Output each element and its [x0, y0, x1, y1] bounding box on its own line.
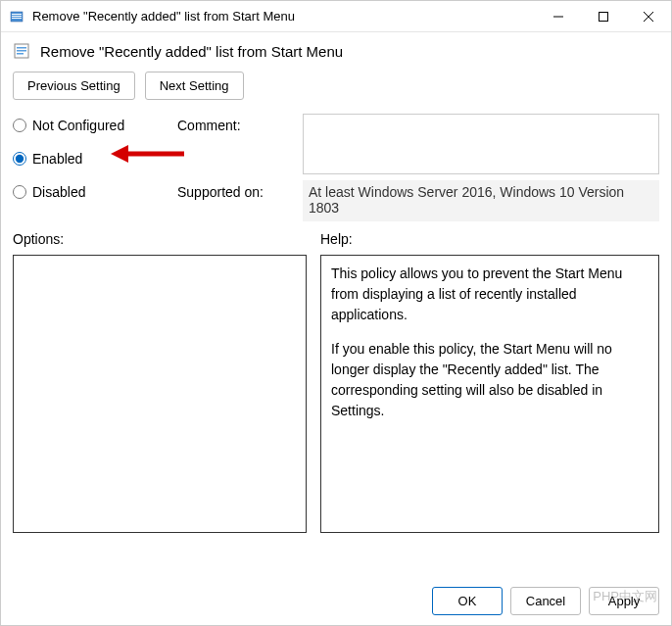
- radio-not-configured-label: Not Configured: [32, 118, 124, 133]
- policy-title: Remove "Recently added" list from Start …: [40, 43, 343, 60]
- cancel-button[interactable]: Cancel: [510, 587, 581, 615]
- radio-not-configured[interactable]: Not Configured: [13, 118, 169, 133]
- radio-disabled-input[interactable]: [13, 185, 26, 199]
- apply-button[interactable]: Apply: [589, 587, 659, 615]
- radio-disabled[interactable]: Disabled: [13, 184, 169, 200]
- help-section: Help: This policy allows you to prevent …: [320, 231, 659, 577]
- help-box: This policy allows you to prevent the St…: [320, 255, 659, 533]
- subheader: Remove "Recently added" list from Start …: [1, 32, 671, 66]
- config-area: Not Configured Enabled Disabled Comment:…: [1, 112, 671, 221]
- radio-not-configured-input[interactable]: [13, 119, 26, 132]
- radio-enabled-input[interactable]: [13, 152, 26, 166]
- window-controls: [536, 1, 671, 31]
- nav-buttons: Previous Setting Next Setting: [1, 66, 671, 112]
- radio-enabled-label: Enabled: [32, 151, 82, 167]
- radio-enabled[interactable]: Enabled: [13, 151, 169, 167]
- comment-textarea[interactable]: [303, 114, 659, 174]
- svg-rect-9: [17, 47, 26, 49]
- minimize-button[interactable]: [536, 1, 581, 31]
- options-box: [13, 255, 307, 533]
- window-title: Remove "Recently added" list from Start …: [32, 9, 536, 24]
- supported-on-label: Supported on:: [177, 174, 295, 200]
- help-label: Help:: [320, 231, 659, 247]
- radio-disabled-label: Disabled: [32, 184, 85, 200]
- svg-rect-11: [17, 53, 24, 55]
- ok-button[interactable]: OK: [432, 587, 503, 615]
- policy-icon: [13, 42, 30, 60]
- supported-on-value: At least Windows Server 2016, Windows 10…: [303, 180, 659, 221]
- svg-rect-3: [12, 18, 22, 19]
- comment-label: Comment:: [177, 112, 295, 133]
- next-setting-button[interactable]: Next Setting: [145, 72, 244, 100]
- svg-rect-5: [600, 12, 608, 21]
- lower-panes: Options: Help: This policy allows you to…: [1, 221, 671, 577]
- close-button[interactable]: [626, 1, 671, 31]
- app-icon: [9, 9, 24, 24]
- svg-rect-10: [17, 50, 26, 52]
- previous-setting-button[interactable]: Previous Setting: [13, 72, 135, 100]
- options-label: Options:: [13, 231, 307, 247]
- svg-rect-2: [12, 16, 22, 17]
- svg-rect-1: [12, 14, 22, 15]
- footer: OK Cancel Apply PHP中文网: [1, 577, 671, 625]
- options-section: Options:: [13, 231, 307, 577]
- maximize-button[interactable]: [581, 1, 626, 31]
- titlebar: Remove "Recently added" list from Start …: [1, 1, 671, 32]
- state-radio-group: Not Configured Enabled Disabled: [13, 112, 169, 200]
